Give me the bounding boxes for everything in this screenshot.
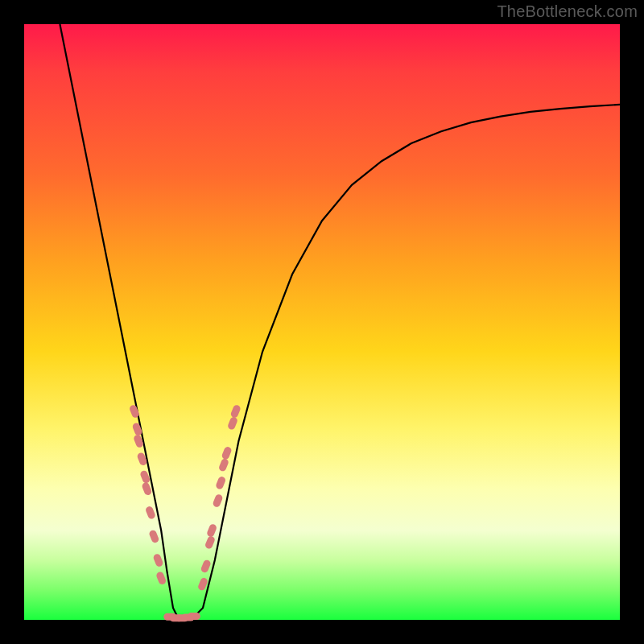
markers-left-branch [129, 404, 167, 585]
data-marker [215, 476, 226, 490]
data-marker [204, 535, 216, 550]
markers-right-branch [197, 404, 242, 592]
data-marker [141, 481, 152, 496]
data-marker [227, 416, 238, 431]
watermark-text: TheBottleneck.com [497, 2, 638, 21]
data-marker [148, 529, 159, 543]
markers-bottom [163, 613, 200, 621]
data-marker [200, 559, 212, 573]
data-marker [155, 571, 167, 585]
data-marker [145, 506, 156, 520]
chart-frame: TheBottleneck.com [0, 0, 644, 644]
data-marker [230, 404, 242, 419]
data-marker [152, 553, 163, 568]
data-marker [188, 613, 200, 620]
data-marker [206, 523, 217, 538]
bottleneck-curve [60, 24, 620, 620]
data-marker [212, 493, 223, 508]
chart-overlay [24, 24, 620, 620]
data-marker [221, 446, 232, 460]
data-marker [218, 457, 229, 472]
